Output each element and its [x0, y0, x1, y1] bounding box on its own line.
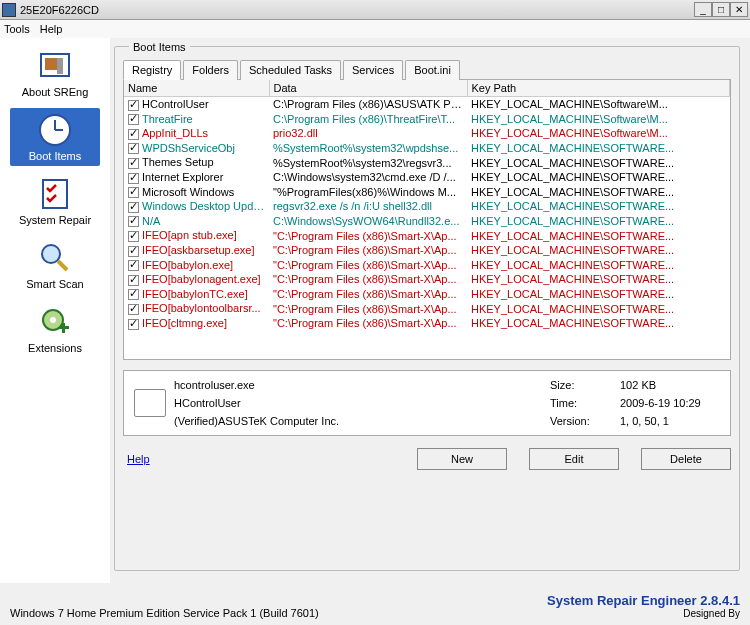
table-row[interactable]: WPDShServiceObj%SystemRoot%\system32\wpd…	[124, 141, 730, 156]
row-checkbox[interactable]	[128, 246, 139, 257]
edit-button[interactable]: Edit	[529, 448, 619, 470]
registry-table[interactable]: Name Data Key Path HControlUserC:\Progra…	[123, 80, 731, 360]
table-row[interactable]: Internet ExplorerC:\Windows\system32\cmd…	[124, 170, 730, 185]
tabstrip: Registry Folders Scheduled Tasks Service…	[123, 59, 731, 80]
sidebar: About SREng Boot Items System Repair Sma…	[0, 38, 110, 583]
time-value: 2009-6-19 10:29	[620, 397, 720, 409]
row-checkbox[interactable]	[128, 114, 139, 125]
table-row[interactable]: IFEO[askbarsetup.exe]"C:\Program Files (…	[124, 243, 730, 258]
table-row[interactable]: ThreatFireC:\Program Files (x86)\ThreatF…	[124, 112, 730, 127]
table-row[interactable]: IFEO[babylontoolbarsr..."C:\Program File…	[124, 301, 730, 316]
sidebar-item-extensions[interactable]: Extensions	[10, 300, 100, 358]
table-row[interactable]: Windows Desktop Updateregsvr32.exe /s /n…	[124, 199, 730, 214]
tab-folders[interactable]: Folders	[183, 60, 238, 80]
os-info: Windows 7 Home Premium Edition Service P…	[10, 607, 319, 619]
svg-line-8	[58, 261, 67, 270]
menu-help[interactable]: Help	[40, 23, 63, 35]
tab-registry[interactable]: Registry	[123, 60, 181, 80]
gear-plus-icon	[37, 304, 73, 340]
sidebar-label-repair: System Repair	[10, 214, 100, 226]
table-row[interactable]: AppInit_DLLsprio32.dllHKEY_LOCAL_MACHINE…	[124, 126, 730, 141]
row-checkbox[interactable]	[128, 202, 139, 213]
table-row[interactable]: IFEO[apn stub.exe]"C:\Program Files (x86…	[124, 228, 730, 243]
row-checkbox[interactable]	[128, 289, 139, 300]
row-checkbox[interactable]	[128, 260, 139, 271]
sidebar-label-about: About SREng	[10, 86, 100, 98]
row-checkbox[interactable]	[128, 173, 139, 184]
row-checkbox[interactable]	[128, 319, 139, 330]
svg-rect-12	[62, 323, 65, 333]
sidebar-item-scan[interactable]: Smart Scan	[10, 236, 100, 294]
row-checkbox[interactable]	[128, 100, 139, 111]
new-button[interactable]: New	[417, 448, 507, 470]
sidebar-item-about[interactable]: About SREng	[10, 44, 100, 102]
close-button[interactable]: ✕	[730, 2, 748, 17]
menu-bar: Tools Help	[0, 20, 750, 38]
col-name[interactable]: Name	[124, 80, 269, 97]
table-row[interactable]: IFEO[babylonTC.exe]"C:\Program Files (x8…	[124, 287, 730, 302]
row-checkbox[interactable]	[128, 304, 139, 315]
tab-scheduled[interactable]: Scheduled Tasks	[240, 60, 341, 80]
table-row[interactable]: IFEO[babylon.exe]"C:\Program Files (x86)…	[124, 258, 730, 273]
sidebar-item-boot[interactable]: Boot Items	[10, 108, 100, 166]
boot-items-group: Boot Items Registry Folders Scheduled Ta…	[114, 46, 740, 571]
table-row[interactable]: IFEO[cltmng.exe]"C:\Program Files (x86)\…	[124, 316, 730, 331]
row-checkbox[interactable]	[128, 231, 139, 242]
window-title: 25E20F6226CD	[20, 4, 694, 16]
maximize-button[interactable]: □	[712, 2, 730, 17]
clock-icon	[37, 112, 73, 148]
row-checkbox[interactable]	[128, 143, 139, 154]
sidebar-item-repair[interactable]: System Repair	[10, 172, 100, 230]
col-data[interactable]: Data	[269, 80, 467, 97]
size-value: 102 KB	[620, 379, 720, 391]
row-checkbox[interactable]	[128, 275, 139, 286]
repair-icon	[37, 176, 73, 212]
svg-point-10	[50, 317, 56, 323]
detail-publisher: (Verified)ASUSTeK Computer Inc.	[174, 415, 550, 427]
detail-panel: hcontroluser.exe Size: 102 KB HControlUs…	[123, 370, 731, 436]
svg-point-7	[42, 245, 60, 263]
delete-button[interactable]: Delete	[641, 448, 731, 470]
detail-desc: HControlUser	[174, 397, 550, 409]
size-label: Size:	[550, 379, 620, 391]
time-label: Time:	[550, 397, 620, 409]
version-value: 1, 0, 50, 1	[620, 415, 720, 427]
menu-tools[interactable]: Tools	[4, 23, 30, 35]
svg-rect-2	[57, 58, 63, 74]
magnifier-icon	[37, 240, 73, 276]
table-row[interactable]: IFEO[babylonagent.exe]"C:\Program Files …	[124, 272, 730, 287]
sidebar-label-boot: Boot Items	[10, 150, 100, 162]
table-row[interactable]: HControlUserC:\Program Files (x86)\ASUS\…	[124, 97, 730, 112]
help-link[interactable]: Help	[127, 453, 150, 465]
table-row[interactable]: N/AC:\Windows\SysWOW64\Rundll32.e...HKEY…	[124, 214, 730, 229]
titlebar[interactable]: 25E20F6226CD _ □ ✕	[0, 0, 750, 20]
group-title: Boot Items	[129, 41, 190, 53]
designed-by: Designed By	[547, 608, 740, 619]
svg-rect-6	[43, 180, 67, 208]
row-checkbox[interactable]	[128, 129, 139, 140]
app-icon	[2, 3, 16, 17]
about-icon	[37, 48, 73, 84]
tab-bootini[interactable]: Boot.ini	[405, 60, 460, 80]
app-brand: System Repair Engineer 2.8.4.1	[547, 593, 740, 608]
row-checkbox[interactable]	[128, 158, 139, 169]
table-row[interactable]: Themes Setup%SystemRoot%\system32\regsvr…	[124, 155, 730, 170]
svg-rect-1	[45, 58, 57, 70]
row-checkbox[interactable]	[128, 187, 139, 198]
sidebar-label-scan: Smart Scan	[10, 278, 100, 290]
status-bar: Windows 7 Home Premium Edition Service P…	[0, 583, 750, 623]
version-label: Version:	[550, 415, 620, 427]
table-row[interactable]: Microsoft Windows"%ProgramFiles(x86)%\Wi…	[124, 185, 730, 200]
row-checkbox[interactable]	[128, 216, 139, 227]
detail-filename: hcontroluser.exe	[174, 379, 550, 391]
tab-services[interactable]: Services	[343, 60, 403, 80]
col-keypath[interactable]: Key Path	[467, 80, 730, 97]
file-icon	[134, 389, 166, 417]
sidebar-label-extensions: Extensions	[10, 342, 100, 354]
minimize-button[interactable]: _	[694, 2, 712, 17]
